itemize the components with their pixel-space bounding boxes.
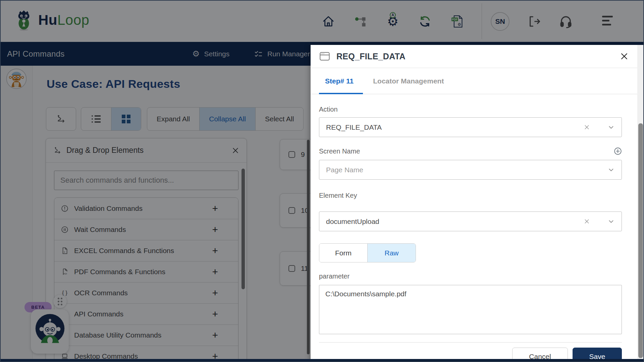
close-icon[interactable] [620, 52, 629, 61]
chevron-down-icon[interactable] [607, 166, 615, 174]
window-bottom-edge [1, 359, 644, 361]
parameter-label: parameter [319, 273, 622, 280]
element-key-value: documentUpload [326, 218, 584, 226]
form-raw-toggle: Form Raw [319, 243, 416, 262]
clear-icon[interactable] [584, 218, 590, 225]
drawer-scrollbar-thumb[interactable] [638, 123, 643, 358]
element-key-select[interactable]: documentUpload [319, 212, 622, 231]
form-toggle-button[interactable]: Form [319, 244, 367, 262]
raw-toggle-button[interactable]: Raw [367, 244, 416, 262]
parameter-textarea[interactable]: C:\Documents\sample.pdf [319, 285, 622, 334]
footer-divider [319, 342, 622, 343]
chevron-down-icon[interactable] [607, 218, 615, 225]
drawer-scrollbar-track[interactable] [637, 45, 644, 362]
window-icon [319, 51, 330, 61]
chevron-down-icon[interactable] [607, 124, 615, 131]
tab-step-11[interactable]: Step# 11 [319, 77, 360, 85]
drawer-tabs: Step# 11 Locator Management [311, 68, 637, 94]
screen-name-label: Screen Name [319, 147, 360, 155]
action-label: Action [319, 106, 622, 113]
drawer-header: REQ_FILE_DATA [311, 45, 637, 68]
clear-icon[interactable] [584, 124, 590, 130]
add-screen-icon[interactable] [614, 147, 622, 155]
action-value: REQ_FILE_DATA [326, 123, 584, 131]
step-detail-drawer: REQ_FILE_DATA Step# 11 Locator Managemen… [311, 45, 637, 362]
screen-name-select[interactable]: Page Name [319, 160, 622, 180]
drawer-body: Action REQ_FILE_DATA Screen Name Page Na… [311, 94, 637, 362]
element-key-label: Element Key [319, 192, 622, 199]
tab-locator-management[interactable]: Locator Management [367, 77, 450, 85]
app-window: HuLoop ⚙A [0, 0, 644, 362]
action-select[interactable]: REQ_FILE_DATA [319, 117, 622, 137]
active-tab-indicator [319, 93, 363, 94]
screen-name-placeholder: Page Name [326, 166, 607, 174]
drawer-title: REQ_FILE_DATA [336, 52, 620, 61]
